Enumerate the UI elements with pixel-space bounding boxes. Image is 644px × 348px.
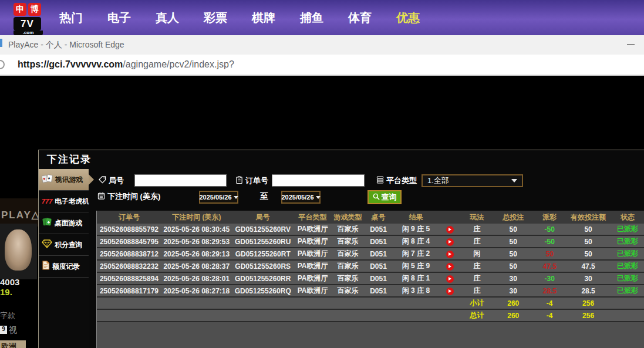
address-bar[interactable]: https://gci.7vvvvvv.com/agingame/pcv2/in… [0,55,644,76]
play-video-button[interactable] [446,226,454,234]
sidebar-item-points[interactable]: 积分查询 [39,234,89,256]
cell-result: 闲 3 庄 8 [392,286,439,296]
nav-item-promo[interactable]: 优惠 [396,10,420,26]
cell-status: 已派彩 [611,273,644,283]
records-table: 订单号 下注时间 (美东) 局号 平台类型 游戏类型 桌号 结果 玩法 总投注 … [96,211,644,348]
logo-suffix: .com [14,31,43,35]
fragment-text: 字款 [0,310,15,321]
play-icon [449,252,451,256]
nav-item-lottery[interactable]: 彩票 [203,10,228,26]
cell-valid: 47.5 [566,262,611,271]
cell-order: 250526088855792 [97,225,161,234]
cell-time: 2025-05-26 08:27:18 [161,287,232,295]
date-to-select[interactable]: 2025/05/26 [281,191,321,204]
url-text[interactable]: https://gci.7vvvvvv.com/agingame/pcv2/in… [18,59,234,70]
calendar-icon [97,192,105,201]
site-info-icon[interactable] [0,60,5,69]
nav-item-sports[interactable]: 体育 [348,10,372,26]
cell-play: 庄 [460,224,493,234]
sidebar-item-table-games[interactable]: ♣ 桌面游戏 [39,212,89,234]
fragment-balance: 19. [0,287,12,297]
cell-platform: PA欧洲厅 [294,273,332,283]
header-order: 订单号 [97,212,161,222]
chevron-down-icon [234,196,238,199]
cell-bet: 30 [493,275,533,283]
cell-order: 250526088817179 [97,287,161,295]
header-platform: 平台类型 [294,212,332,222]
subtotal-payout: -4 [533,299,566,308]
search-icon [373,193,380,202]
top-navbar: 申 博 7V .com 热门 电子 真人 彩票 棋牌 捕鱼 体育 优惠 [0,0,644,35]
cell-time: 2025-05-26 08:30:45 [161,225,232,234]
play-video-button[interactable] [446,275,454,283]
total-valid: 256 [566,312,611,320]
header-status: 状态 [611,212,644,222]
logo-badge-right: 博 [28,3,41,16]
cell-game: 百家乐 [332,236,365,246]
nav-item-electronic[interactable]: 电子 [107,10,132,26]
total-payout: -4 [533,312,566,320]
play-video-button[interactable] [446,288,454,295]
url-path: /agingame/pcv2/index.jsp? [123,59,234,69]
cell-table-no: D051 [365,225,393,234]
total-bet: 260 [493,312,533,320]
cell-platform: PA欧洲厅 [294,261,332,271]
sidebar-item-video-games[interactable]: ♥♠ 视讯游戏 [39,169,89,191]
panel-sidebar: ♥♠ 视讯游戏 777 电子老虎机 ♣ 桌面游戏 [39,169,89,348]
nav-item-live[interactable]: 真人 [155,10,180,26]
play-icon [449,228,451,231]
cell-result: 闲 7 庄 2 [392,249,439,259]
cell-table-no: D051 [365,250,393,258]
round-number-input[interactable] [134,174,227,187]
cell-status: 已派彩 [611,236,644,246]
sidebar-item-slots[interactable]: 777 电子老虎机 [39,191,89,212]
cell-table-no: D051 [365,275,393,283]
order-number-input[interactable] [272,174,365,187]
table-row: 250526088855792 2025-05-26 08:30:45 GD05… [97,224,644,236]
play-video-button[interactable] [446,251,454,258]
cell-round: GD051255260RT [232,250,294,258]
cell-status: 已派彩 [611,249,644,259]
cell-platform: PA欧洲厅 [294,224,332,234]
cell-game: 百家乐 [332,286,365,296]
nav-item-chess[interactable]: 棋牌 [251,10,276,26]
play-video-button[interactable] [446,238,454,246]
header-game: 游戏类型 [332,212,365,222]
cell-bet: 50 [493,250,533,258]
panel-main: 局号 订单号 平台类型 1.全部 下注时间 (美东) [89,169,644,348]
list-icon [376,176,384,185]
cell-payout: -50 [533,225,566,234]
logo-main-text: 7V [14,17,41,31]
fragment-text: 视 [9,325,17,336]
chevron-down-icon [511,179,517,183]
slot-777-icon: 777 [42,198,52,205]
site-logo[interactable]: 申 博 7V .com [14,3,43,35]
sidebar-item-quota[interactable]: 额度记录 [39,256,89,278]
header-round: 局号 [232,212,294,222]
cell-round: GD051255260RS [232,262,294,271]
date-from-select[interactable]: 2025/05/26 [199,191,238,204]
avatar [0,224,37,279]
table-row: 250526088845795 2025-05-26 08:29:53 GD05… [97,236,644,248]
cell-table-no: D051 [365,287,393,295]
nav-item-hot[interactable]: 热门 [59,10,83,26]
cell-time: 2025-05-26 08:28:37 [161,262,232,271]
search-button[interactable]: 查询 [367,190,402,204]
avatar-face [5,229,32,271]
table-header-row: 订单号 下注时间 (美东) 局号 平台类型 游戏类型 桌号 结果 玩法 总投注 … [97,211,644,224]
play-video-button[interactable] [446,263,454,271]
url-domain: https://gci.7vvvvvv.com [18,59,123,69]
cell-platform: PA欧洲厅 [294,286,332,296]
cell-bet: 30 [493,287,533,295]
play-icon [449,240,451,244]
cell-valid: 50 [566,238,611,246]
window-titlebar: PlayAce - 个人 - Microsoft Edge [0,35,644,55]
subtotal-bet: 260 [493,299,533,308]
platform-type-select[interactable]: 1.全部 [422,174,523,187]
nav-item-fishing[interactable]: 捕鱼 [299,10,324,26]
cell-round: GD051255260RQ [232,287,294,295]
points-gem-icon [42,239,52,251]
cell-time: 2025-05-26 08:28:01 [161,275,232,283]
minimize-button[interactable] [627,44,635,45]
subtotal-valid: 256 [566,299,611,308]
